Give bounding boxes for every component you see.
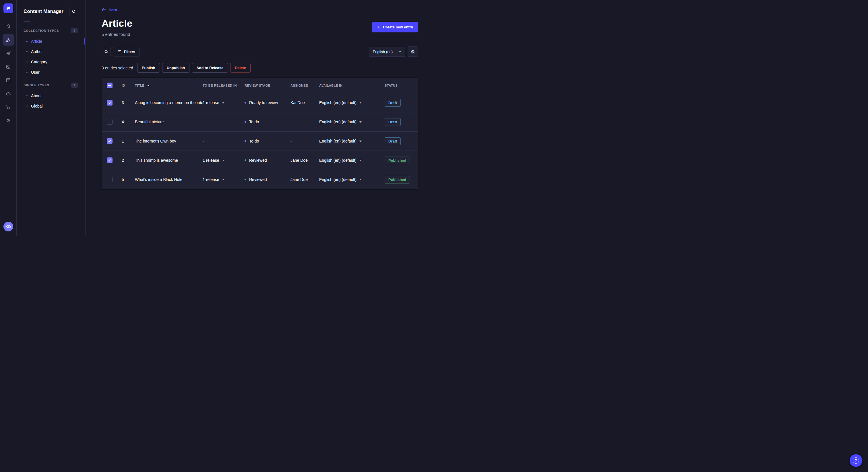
content-manager-sidebar: Content Manager COLLECTION TYPES 4 Artic… [17, 0, 86, 236]
publish-button[interactable]: Publish [137, 63, 160, 72]
single-types-section: SINGLE TYPES 2 About Global [24, 82, 79, 111]
column-header-review-stage[interactable]: REVIEW STAGE [245, 84, 290, 87]
column-header-available-in[interactable]: AVAILABLE IN [319, 84, 384, 87]
chevron-down-icon[interactable] [222, 160, 224, 161]
settings-icon[interactable]: ⚙ [3, 115, 14, 127]
column-header-release[interactable]: TO BE RELEASED IN [203, 84, 245, 87]
filter-icon [117, 50, 121, 53]
sidebar-item-about[interactable]: About [24, 91, 79, 101]
chevron-down-icon[interactable] [222, 102, 224, 103]
plus-icon [377, 26, 380, 29]
delete-button[interactable]: Delete [230, 63, 251, 72]
app-root: ⚙ KD Content Manager COLLECTION TYPES 4 … [0, 0, 434, 236]
stage-dot-icon [245, 102, 246, 103]
selected-count: 3 entries selected [102, 66, 133, 70]
row-checkbox[interactable] [107, 158, 113, 163]
cell-release: 1 release [203, 100, 245, 105]
select-all-checkbox[interactable] [107, 82, 113, 88]
column-header-status[interactable]: STATUS [384, 84, 413, 87]
media-library-icon[interactable] [3, 61, 14, 72]
page-title: Article [102, 18, 132, 29]
home-icon[interactable] [3, 21, 14, 32]
cell-available-in: English (en) (default) [319, 139, 384, 143]
marketplace-icon[interactable] [3, 102, 14, 113]
unpublish-button[interactable]: Unpublish [162, 63, 190, 72]
sidebar-item-user[interactable]: User [24, 67, 79, 77]
column-header-title[interactable]: TITLE [135, 84, 203, 87]
cell-release: 1 release [203, 158, 245, 163]
title-block: Article 5 entries found [102, 18, 132, 37]
content-manager-icon[interactable] [3, 34, 14, 45]
arrow-left-icon [102, 8, 106, 11]
sidebar-item-category[interactable]: Category [24, 57, 79, 67]
cell-id: 4 [122, 120, 135, 124]
search-icon [104, 49, 108, 54]
column-header-assignee[interactable]: ASSIGNEE [290, 84, 319, 87]
chevron-down-icon[interactable] [360, 179, 362, 180]
table-row[interactable]: 4 Beautiful picture - To do - English (e… [102, 112, 417, 131]
cell-title: What's inside a Black Hole [135, 177, 203, 182]
row-checkbox[interactable] [107, 138, 113, 144]
cell-review-stage: To do [245, 139, 290, 143]
filters-button[interactable]: Filters [113, 47, 140, 57]
chevron-down-icon[interactable] [360, 160, 362, 161]
table-row[interactable]: 5 What's inside a Black Hole 1 release R… [102, 170, 417, 189]
strapi-logo[interactable] [3, 3, 13, 13]
status-badge: Published [384, 176, 410, 183]
cell-release: 1 release [203, 177, 245, 182]
chevron-down-icon[interactable] [360, 140, 362, 142]
strapi-logo-icon [6, 6, 11, 11]
sidebar-item-label: Author [31, 49, 43, 54]
status-badge: Published [384, 157, 410, 164]
stage-dot-icon [245, 179, 246, 180]
main-nav-rail: ⚙ KD [0, 0, 17, 236]
sidebar-item-author[interactable]: Author [24, 46, 79, 57]
sidebar-item-global[interactable]: Global [24, 101, 79, 111]
status-badge: Draft [384, 137, 401, 145]
search-button[interactable] [102, 47, 111, 56]
locale-select[interactable]: English (en) [369, 47, 405, 57]
cell-assignee: Jane Doe [290, 158, 319, 163]
sort-asc-icon[interactable] [147, 85, 150, 86]
bullet-icon [26, 95, 28, 96]
column-header-id[interactable]: ID [122, 84, 135, 87]
chevron-down-icon[interactable] [360, 121, 362, 123]
table-row[interactable]: 2 This shrimp is awesome 1 release Revie… [102, 150, 417, 170]
table-row[interactable]: 1 The internet's Own boy - To do - Engli… [102, 131, 417, 150]
cell-id: 1 [122, 139, 135, 143]
view-settings-button[interactable]: ⚙ [408, 46, 418, 57]
sidebar-search-button[interactable] [69, 7, 79, 16]
stage-dot-icon [245, 140, 246, 142]
sidebar-item-label: Category [31, 60, 48, 64]
cell-review-stage: To do [245, 120, 290, 124]
sidebar-item-article[interactable]: Article [24, 36, 79, 46]
cell-id: 3 [122, 100, 135, 105]
back-link[interactable]: Back [102, 8, 117, 12]
bullet-icon [26, 72, 28, 73]
row-checkbox[interactable] [107, 100, 113, 105]
cell-assignee: - [290, 139, 319, 143]
cell-available-in: English (en) (default) [319, 100, 384, 105]
chevron-down-icon[interactable] [222, 179, 224, 180]
cell-assignee: - [290, 120, 319, 124]
table-row[interactable]: 3 A bug is becoming a meme on the intern… [102, 93, 417, 112]
bullet-icon [26, 51, 28, 52]
releases-icon[interactable] [3, 47, 14, 59]
entries-table: ID TITLE TO BE RELEASED IN REVIEW STAGE … [102, 78, 418, 189]
cell-review-stage: Reviewed [245, 158, 290, 163]
cell-title: A bug is becoming a meme on the internet [135, 100, 203, 105]
add-to-release-button[interactable]: Add to Release [192, 63, 228, 72]
section-label: COLLECTION TYPES [24, 29, 59, 32]
content-type-builder-icon[interactable] [3, 74, 14, 86]
create-new-entry-button[interactable]: Create new entry [372, 22, 418, 32]
sidebar-item-label: About [31, 94, 42, 98]
chevron-down-icon[interactable] [360, 102, 362, 103]
rail-icon-list: ⚙ [3, 21, 14, 222]
row-checkbox[interactable] [107, 177, 113, 182]
table-header-row: ID TITLE TO BE RELEASED IN REVIEW STAGE … [102, 78, 417, 93]
row-checkbox[interactable] [107, 119, 113, 125]
sidebar-title: Content Manager [24, 9, 63, 14]
cell-id: 5 [122, 177, 135, 182]
cloud-icon[interactable] [3, 88, 14, 100]
user-avatar[interactable]: KD [3, 222, 13, 231]
